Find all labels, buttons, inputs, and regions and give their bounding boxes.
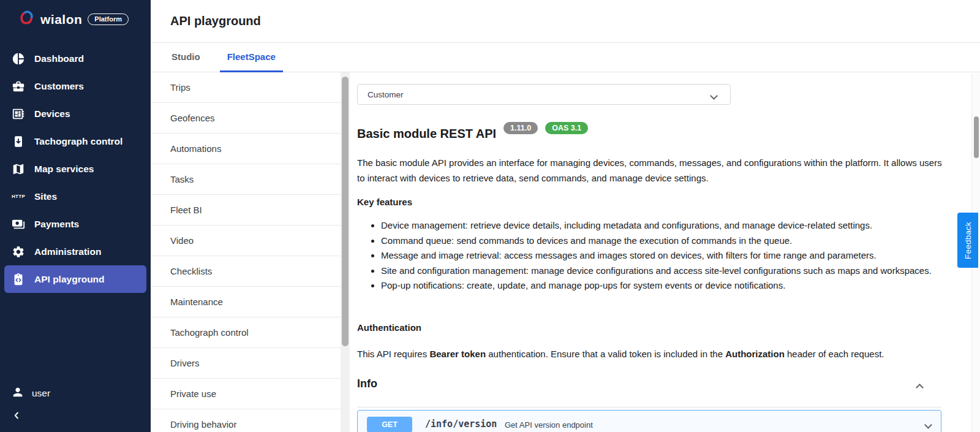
info-section-heading: Info [357, 377, 377, 390]
gear-icon [11, 244, 26, 259]
card-download-icon [11, 134, 26, 149]
payments-icon [11, 217, 26, 232]
page-title: API playground [170, 0, 980, 42]
endpoint-path: /info/version [425, 419, 497, 430]
sidebar-item-api-playground[interactable]: API playground [4, 265, 146, 293]
module-item-driving-behavior[interactable]: Driving behavior [151, 409, 341, 432]
sidebar-item-label: Payments [34, 219, 79, 230]
doc-intro: The basic module API provides an interfa… [357, 156, 944, 186]
wialon-logo-icon [18, 10, 35, 29]
feature-item: Message and image retrieval: access mess… [381, 248, 944, 263]
module-item-video[interactable]: Video [151, 225, 341, 256]
platform-badge: Platform [88, 13, 129, 25]
tab-bar: Studio FleetSpace [151, 43, 980, 72]
sidebar-item-dashboard[interactable]: Dashboard [0, 45, 151, 72]
api-playground-icon [11, 272, 26, 287]
version-badge: 1.11.0 [503, 122, 538, 134]
sidebar-item-label: Customers [34, 81, 84, 92]
device-board-icon [11, 107, 26, 121]
brand-logo: wialon Platform [18, 10, 129, 29]
tab-studio[interactable]: Studio [164, 43, 208, 72]
map-icon [11, 162, 26, 176]
customer-select[interactable]: Customer [357, 84, 731, 105]
info-collapse-chevron-up-icon[interactable] [917, 382, 922, 393]
sidebar-item-label: Administration [34, 246, 101, 257]
sidebar-item-label: Tachograph control [34, 136, 123, 147]
feature-item: Device management: retrieve device detai… [381, 218, 944, 233]
sidebar: wialon Platform Dashboard Customers Devi… [0, 0, 151, 432]
info-divider [357, 407, 941, 407]
sidebar-item-devices[interactable]: Devices [0, 100, 151, 127]
key-features-heading: Key features [357, 197, 412, 207]
feature-item: Command queue: send commands to devices … [381, 233, 944, 249]
doc-panel: Customer Basic module REST API 1.11.0 OA… [350, 72, 980, 432]
sidebar-item-administration[interactable]: Administration [0, 238, 151, 265]
sidebar-item-label: Devices [34, 108, 70, 119]
feature-item: Pop-up notifications: create, update, an… [381, 278, 944, 294]
module-item-maintenance[interactable]: Maintenance [151, 287, 341, 317]
page-header: API playground [151, 0, 980, 43]
feedback-button[interactable]: Feedback [957, 213, 978, 268]
authentication-text: This API requires Bearer token authentic… [357, 347, 944, 362]
sidebar-item-label: Map services [34, 164, 94, 175]
feedback-button-label: Feedback [963, 222, 973, 259]
feature-item: Site and configuration management: manag… [381, 263, 944, 279]
authentication-heading: Authentication [357, 322, 421, 333]
sidebar-item-label: Dashboard [34, 53, 84, 64]
http-method-badge: GET [367, 417, 412, 432]
module-item-geofences[interactable]: Geofences [151, 103, 341, 134]
sidebar-item-sites[interactable]: HTTP Sites [0, 183, 151, 210]
oas-badge: OAS 3.1 [545, 122, 588, 134]
tab-fleetspace[interactable]: FleetSpace [220, 43, 283, 72]
chevron-down-icon [711, 91, 717, 100]
sidebar-item-label: API playground [34, 274, 105, 285]
endpoint-summary: Get API version endpoint [505, 420, 593, 430]
module-item-trips[interactable]: Trips [151, 72, 341, 103]
user-menu[interactable]: user [11, 385, 50, 401]
sidebar-nav: Dashboard Customers Devices Tachograph c… [0, 45, 151, 293]
module-item-tachograph-control[interactable]: Tachograph control [151, 317, 341, 348]
module-item-fleet-bi[interactable]: Fleet BI [151, 195, 341, 225]
briefcase-icon [11, 79, 26, 94]
module-item-automations[interactable]: Automations [151, 134, 341, 164]
doc-title: Basic module REST API [357, 127, 496, 141]
endpoint-row-get-info-version[interactable]: GET /info/version Get API version endpoi… [357, 410, 941, 432]
sidebar-item-customers[interactable]: Customers [0, 72, 151, 100]
page-scrollbar-thumb[interactable] [974, 116, 979, 158]
user-icon [11, 385, 24, 401]
module-item-private-use[interactable]: Private use [151, 379, 341, 409]
doc-title-row: Basic module REST API 1.11.0 OAS 3.1 [357, 122, 588, 141]
module-nav-scrollbar[interactable] [341, 72, 350, 432]
module-item-drivers[interactable]: Drivers [151, 348, 341, 379]
dashboard-icon [11, 51, 26, 66]
module-item-checklists[interactable]: Checklists [151, 256, 341, 287]
sidebar-item-map-services[interactable]: Map services [0, 155, 151, 183]
sidebar-item-tachograph-control[interactable]: Tachograph control [0, 127, 151, 155]
endpoint-expand-chevron-down-icon[interactable] [925, 419, 931, 430]
sidebar-collapse-button[interactable] [11, 410, 23, 422]
http-icon: HTTP [11, 189, 26, 204]
module-item-tasks[interactable]: Tasks [151, 164, 341, 195]
module-nav: Trips Geofences Automations Tasks Fleet … [151, 72, 341, 432]
customer-select-value: Customer [368, 90, 404, 99]
sidebar-item-label: Sites [34, 191, 57, 202]
brand-name: wialon [40, 12, 82, 27]
feature-list: Device management: retrieve device detai… [357, 218, 944, 294]
module-nav-scrollbar-thumb[interactable] [342, 77, 349, 346]
user-label: user [32, 388, 50, 399]
sidebar-item-payments[interactable]: Payments [0, 210, 151, 238]
